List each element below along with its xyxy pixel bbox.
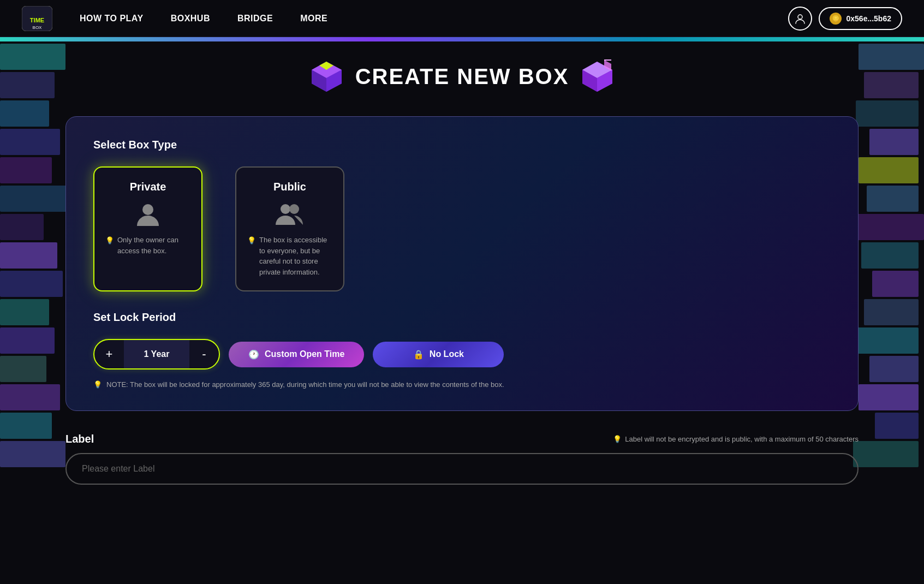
- private-card-title: Private: [105, 181, 190, 193]
- svg-point-18: [289, 204, 299, 214]
- clock-icon: 🕐: [248, 349, 259, 360]
- navbar: TIME BOX HOW TO PLAY BOXHUB BRIDGE MORE …: [0, 0, 924, 37]
- logo[interactable]: TIME BOX: [22, 6, 52, 31]
- private-card-icon: [105, 200, 190, 228]
- private-card-desc: 💡 Only the owner can access the box.: [105, 235, 190, 256]
- label-input[interactable]: [65, 453, 859, 485]
- box-type-section: Select Box Type Private 💡 Only the owner…: [93, 139, 831, 291]
- label-hint-text: Label will not be encrypted and is publi…: [625, 435, 859, 443]
- custom-open-time-label: Custom Open Time: [265, 349, 344, 359]
- lock-icon: 🔒: [413, 349, 424, 360]
- box-type-title: Select Box Type: [93, 139, 831, 151]
- private-tip-icon: 💡: [105, 235, 114, 246]
- user-icon: [794, 13, 806, 25]
- note-tip-icon: 💡: [93, 380, 102, 389]
- wallet-button[interactable]: 🪙 0x56e...5b62: [819, 7, 902, 30]
- no-lock-button[interactable]: 🔒 No Lock: [373, 342, 504, 367]
- main-card: Select Box Type Private 💡 Only the owner…: [65, 116, 859, 411]
- decrement-button[interactable]: +: [94, 340, 124, 368]
- nav-bridge[interactable]: BRIDGE: [237, 14, 273, 23]
- public-users-icon: [275, 200, 305, 228]
- label-title: Label: [65, 433, 94, 445]
- lock-note: 💡 NOTE: The box will be locked for appro…: [93, 380, 831, 389]
- lock-note-text: NOTE: The box will be locked for approxi…: [106, 380, 504, 389]
- label-hint: 💡 Label will not be encrypted and is pub…: [613, 435, 859, 443]
- box-type-grid: Private 💡 Only the owner can access the …: [93, 166, 831, 291]
- public-card-icon: [247, 200, 332, 228]
- wallet-icon: 🪙: [830, 13, 842, 25]
- lock-period-title: Set Lock Period: [93, 311, 831, 324]
- label-header: Label 💡 Label will not be encrypted and …: [65, 433, 859, 445]
- box-icon-left: [309, 59, 344, 94]
- hint-icon: 💡: [613, 435, 622, 443]
- nav-boxhub[interactable]: BOXHUB: [171, 14, 210, 23]
- box-icon-right: [580, 59, 615, 94]
- profile-button[interactable]: [788, 7, 812, 31]
- custom-open-time-button[interactable]: 🕐 Custom Open Time: [229, 342, 364, 367]
- page-title-section: CREATE NEW BOX: [65, 59, 859, 94]
- year-stepper: + 1 Year -: [93, 339, 220, 370]
- nav-more[interactable]: MORE: [300, 14, 327, 23]
- private-box-card[interactable]: Private 💡 Only the owner can access the …: [93, 166, 202, 291]
- svg-point-17: [281, 204, 290, 214]
- label-section: Label 💡 Label will not be encrypted and …: [65, 433, 859, 485]
- nav-right: 🪙 0x56e...5b62: [788, 7, 902, 31]
- svg-point-16: [142, 204, 153, 215]
- public-card-title: Public: [247, 181, 332, 193]
- svg-point-3: [798, 15, 802, 19]
- page-title: CREATE NEW BOX: [355, 64, 569, 89]
- svg-text:TIME: TIME: [30, 17, 44, 23]
- wallet-address: 0x56e...5b62: [846, 14, 891, 23]
- public-box-card[interactable]: Public 💡 The box is accessible to everyo…: [235, 166, 344, 291]
- increment-button[interactable]: -: [189, 340, 219, 368]
- private-user-icon: [135, 200, 161, 228]
- nav-how-to-play[interactable]: HOW TO PLAY: [80, 14, 144, 23]
- lock-period-section: Set Lock Period + 1 Year - 🕐 Custom Open…: [93, 311, 831, 389]
- lock-controls: + 1 Year - 🕐 Custom Open Time 🔒 No Lock: [93, 339, 831, 370]
- main-content: CREATE NEW BOX Select Box Type Private: [0, 37, 924, 506]
- public-tip-icon: 💡: [247, 235, 256, 246]
- stepper-value: 1 Year: [124, 340, 189, 368]
- nav-links: HOW TO PLAY BOXHUB BRIDGE MORE: [80, 14, 788, 23]
- svg-text:BOX: BOX: [33, 25, 43, 30]
- public-card-desc: 💡 The box is accessible to everyone, but…: [247, 235, 332, 277]
- no-lock-label: No Lock: [430, 349, 464, 359]
